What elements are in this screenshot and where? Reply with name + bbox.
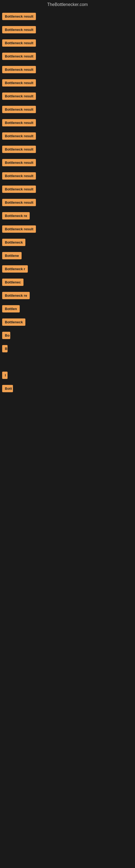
list-item: Bottleneck result <box>0 90 135 102</box>
bottleneck-result-badge[interactable]: Bottleneck result <box>2 146 36 153</box>
list-item: Bottleneck re <box>0 210 135 222</box>
bottleneck-result-badge[interactable]: Bottlen <box>2 305 20 312</box>
items-container: Bottleneck resultBottleneck resultBottle… <box>0 10 135 461</box>
list-item: Bottleneck result <box>0 103 135 116</box>
bottleneck-result-badge[interactable]: Bott <box>2 385 13 392</box>
list-item: I <box>0 369 135 381</box>
bottleneck-result-badge[interactable]: Bottleneck result <box>2 106 36 113</box>
list-item: Bottlen <box>0 303 135 315</box>
bottleneck-result-badge[interactable]: Bottleneck result <box>2 119 36 126</box>
list-item: Bottleneck result <box>0 117 135 129</box>
list-item <box>0 436 135 448</box>
list-item: Bottleneck result <box>0 143 135 155</box>
list-item <box>0 422 135 435</box>
list-item: Bottleneck result <box>0 37 135 49</box>
list-item: Bottlenec <box>0 276 135 288</box>
bottleneck-result-badge[interactable]: Bottleneck <box>2 239 26 246</box>
list-item: Bottleneck result <box>0 223 135 235</box>
bottleneck-result-badge[interactable]: B <box>2 345 8 352</box>
bottleneck-result-badge[interactable]: Bottleneck result <box>2 186 36 193</box>
bottleneck-result-badge[interactable]: Bottleneck result <box>2 132 36 140</box>
list-item: Bottleneck result <box>0 24 135 36</box>
bottleneck-result-badge[interactable]: Bottlene <box>2 252 21 259</box>
site-header: TheBottlenecker.com <box>0 0 135 9</box>
list-item <box>0 449 135 461</box>
list-item: Bottleneck result <box>0 130 135 142</box>
bottleneck-result-badge[interactable]: Bottleneck result <box>2 13 36 20</box>
bottleneck-result-badge[interactable]: Bottleneck result <box>2 66 36 73</box>
bottleneck-result-badge[interactable]: Bottleneck result <box>2 172 36 180</box>
bottleneck-result-badge[interactable]: Bottleneck result <box>2 39 36 46</box>
list-item: Bottleneck result <box>0 183 135 195</box>
list-item: Bottleneck result <box>0 170 135 182</box>
bottleneck-result-badge[interactable]: Bottleneck <box>2 318 26 326</box>
bottleneck-result-badge[interactable]: Bottleneck result <box>2 26 36 33</box>
bottleneck-result-badge[interactable]: Bottleneck re <box>2 212 30 219</box>
site-title: TheBottlenecker.com <box>0 0 135 9</box>
list-item: B <box>0 343 135 355</box>
list-item: Bottleneck result <box>0 196 135 209</box>
bottleneck-result-badge[interactable]: Bottleneck result <box>2 93 36 100</box>
bottleneck-result-badge[interactable]: Bottleneck result <box>2 159 36 166</box>
bottleneck-result-badge[interactable]: Bottleneck result <box>2 79 36 87</box>
list-item <box>0 356 135 368</box>
list-item: Bott <box>0 382 135 395</box>
list-item: Bottlene <box>0 250 135 262</box>
list-item: Bottleneck <box>0 316 135 328</box>
bottleneck-result-badge[interactable]: Bottleneck result <box>2 53 36 60</box>
bottleneck-result-badge[interactable]: Bottlenec <box>2 279 24 286</box>
list-item <box>0 396 135 408</box>
list-item: Bottleneck r <box>0 263 135 275</box>
bottleneck-result-badge[interactable]: Bottleneck re <box>2 292 30 299</box>
bottleneck-result-badge[interactable]: Bottleneck r <box>2 265 28 273</box>
list-item: Bo <box>0 329 135 341</box>
bottleneck-result-badge[interactable]: I <box>2 372 8 379</box>
list-item: Bottleneck <box>0 236 135 248</box>
bottleneck-result-badge[interactable]: Bottleneck result <box>2 199 36 206</box>
bottleneck-result-badge[interactable]: Bo <box>2 332 10 339</box>
list-item: Bottleneck result <box>0 156 135 169</box>
list-item: Bottleneck result <box>0 63 135 76</box>
bottleneck-result-badge[interactable]: Bottleneck result <box>2 225 36 233</box>
list-item: Bottleneck re <box>0 289 135 302</box>
list-item: Bottleneck result <box>0 10 135 23</box>
list-item: Bottleneck result <box>0 77 135 89</box>
list-item <box>0 409 135 421</box>
list-item: Bottleneck result <box>0 50 135 62</box>
